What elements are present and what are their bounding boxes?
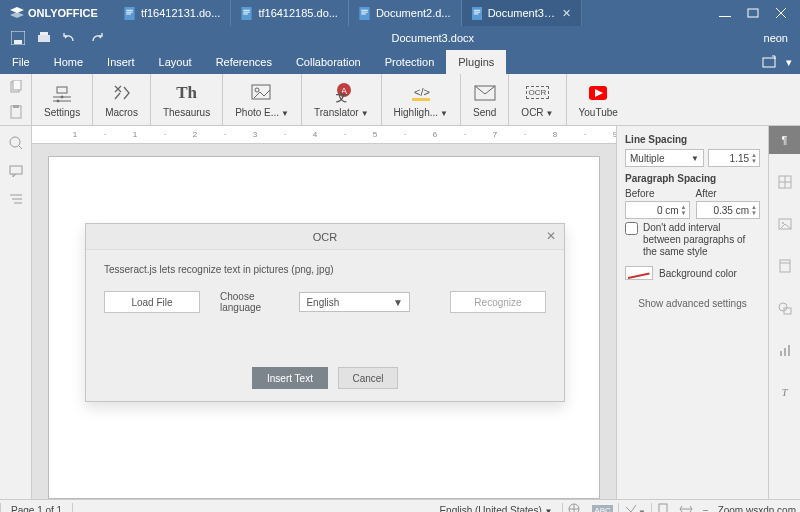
menu-references[interactable]: References	[204, 50, 284, 74]
textart-settings-icon[interactable]: T	[769, 378, 801, 406]
comments-icon[interactable]	[9, 164, 23, 178]
svg-rect-16	[473, 11, 479, 12]
chevron-down-icon[interactable]: ▾	[786, 56, 792, 69]
docinfo-icon[interactable]: ABC	[587, 505, 617, 513]
plugin-ocr[interactable]: OCR OCR▼	[509, 74, 566, 125]
redo-icon[interactable]	[88, 30, 104, 46]
table-settings-icon[interactable]	[769, 168, 801, 196]
document-area: 1·1·2·3·4·5·6·7·8·9·10·11·12·13·14·15·16…	[32, 126, 616, 499]
plugin-thesaurus[interactable]: Th Thesaurus	[151, 74, 223, 125]
spacing-before[interactable]: 0 cm▲▼	[625, 201, 690, 219]
svg-rect-9	[244, 13, 249, 14]
minimize-button[interactable]	[714, 4, 736, 22]
svg-text:</>: </>	[414, 86, 430, 98]
headings-icon[interactable]	[9, 192, 23, 206]
open-location-icon[interactable]	[762, 55, 776, 69]
plugin-settings[interactable]: Settings	[32, 74, 93, 125]
svg-rect-25	[40, 32, 48, 35]
language-indicator[interactable]: English (United States) ▼	[429, 505, 562, 513]
menu-home[interactable]: Home	[42, 50, 95, 74]
right-panel: Line Spacing Multiple▼ 1.15▲▼ Paragraph …	[616, 126, 768, 499]
page-indicator[interactable]: Page 1 of 1	[1, 505, 72, 513]
dialog-titlebar[interactable]: OCR ✕	[86, 224, 564, 250]
cancel-button[interactable]: Cancel	[338, 367, 398, 389]
svg-rect-4	[126, 11, 133, 12]
chart-settings-icon[interactable]	[769, 336, 801, 364]
svg-rect-66	[788, 345, 790, 356]
image-settings-icon[interactable]	[769, 210, 801, 238]
fit-page-icon[interactable]	[652, 503, 674, 512]
background-color-label: Background color	[659, 268, 737, 279]
line-spacing-mode[interactable]: Multiple▼	[625, 149, 704, 167]
header-footer-icon[interactable]	[769, 252, 801, 280]
plugin-translator[interactable]: A文 Translator▼	[302, 74, 382, 125]
after-label: After	[696, 188, 761, 199]
svg-point-34	[61, 96, 63, 98]
background-color-swatch[interactable]	[625, 266, 653, 280]
copy-icon[interactable]	[9, 80, 23, 94]
user-label[interactable]: neon	[752, 32, 800, 44]
plugin-highlight[interactable]: </> Highligh...▼	[382, 74, 461, 125]
spacing-after[interactable]: 0.35 cm▲▼	[696, 201, 761, 219]
language-select[interactable]: English▼	[299, 292, 410, 312]
load-file-button[interactable]: Load File	[104, 291, 200, 313]
menu-insert[interactable]: Insert	[95, 50, 147, 74]
fit-width-icon[interactable]	[674, 504, 698, 512]
choose-language-label: Choose language	[220, 291, 291, 313]
plugin-photo-editor[interactable]: Photo E...▼	[223, 74, 302, 125]
chevron-down-icon: ▼	[546, 109, 554, 118]
save-icon[interactable]	[10, 30, 26, 46]
recognize-button[interactable]: Recognize	[450, 291, 546, 313]
plugin-youtube[interactable]: YouTube	[567, 74, 630, 125]
chevron-down-icon: ▼	[393, 297, 403, 308]
title-bar: ONLYOFFICE tf16412131.do... tf16412185.d…	[0, 0, 800, 26]
svg-rect-18	[719, 16, 731, 17]
doc-tab[interactable]: tf16412131.do...	[114, 0, 232, 26]
document-title: Document3.docx	[114, 32, 752, 44]
doc-tab-active[interactable]: Document3.d... ✕	[462, 0, 582, 26]
undo-icon[interactable]	[62, 30, 78, 46]
menu-file[interactable]: File	[0, 50, 42, 74]
svg-point-37	[57, 100, 59, 102]
maximize-button[interactable]	[742, 4, 764, 22]
insert-text-button[interactable]: Insert Text	[252, 367, 328, 389]
svg-rect-28	[13, 80, 21, 90]
doc-tab[interactable]: tf16412185.do...	[231, 0, 349, 26]
zoom-indicator[interactable]: Zoom wsxdn.com	[714, 505, 800, 513]
status-bar: Page 1 of 1 English (United States) ▼ AB…	[0, 499, 800, 512]
spellcheck-icon[interactable]	[563, 503, 587, 512]
close-icon[interactable]: ✕	[562, 7, 570, 20]
svg-rect-60	[780, 260, 790, 272]
zoom-out-icon[interactable]: −	[698, 505, 714, 513]
track-changes-icon[interactable]: ▼	[619, 503, 651, 512]
paragraph-spacing-title: Paragraph Spacing	[625, 173, 760, 184]
search-icon[interactable]	[9, 136, 23, 150]
menu-bar: File Home Insert Layout References Colla…	[0, 50, 800, 74]
svg-rect-15	[473, 9, 479, 10]
chevron-down-icon: ▼	[440, 109, 448, 118]
paste-icon[interactable]	[9, 105, 23, 119]
shape-settings-icon[interactable]	[769, 294, 801, 322]
svg-rect-23	[14, 40, 22, 44]
doc-tab[interactable]: Document2.d...	[349, 0, 462, 26]
close-button[interactable]	[770, 4, 792, 22]
svg-rect-65	[784, 348, 786, 356]
svg-rect-30	[13, 105, 19, 108]
menu-collaboration[interactable]: Collaboration	[284, 50, 373, 74]
plugin-macros[interactable]: Macros	[93, 74, 151, 125]
line-spacing-value[interactable]: 1.15▲▼	[708, 149, 760, 167]
brand: ONLYOFFICE	[0, 7, 108, 19]
show-advanced-link[interactable]: Show advanced settings	[625, 298, 760, 309]
menu-layout[interactable]: Layout	[147, 50, 204, 74]
menu-protection[interactable]: Protection	[373, 50, 447, 74]
no-interval-checkbox[interactable]	[625, 222, 638, 235]
menu-plugins[interactable]: Plugins	[446, 50, 506, 74]
page-canvas[interactable]: OCR ✕ Tesseract.js lets recognize text i…	[48, 156, 600, 499]
plugin-send[interactable]: Send	[461, 74, 509, 125]
print-icon[interactable]	[36, 30, 52, 46]
svg-rect-12	[361, 11, 368, 12]
horizontal-ruler[interactable]: 1·1·2·3·4·5·6·7·8·9·10·11·12·13·14·15·16	[32, 126, 616, 144]
close-icon[interactable]: ✕	[546, 229, 556, 243]
paragraph-settings-icon[interactable]: ¶	[769, 126, 801, 154]
right-rail: ¶ T	[768, 126, 800, 499]
